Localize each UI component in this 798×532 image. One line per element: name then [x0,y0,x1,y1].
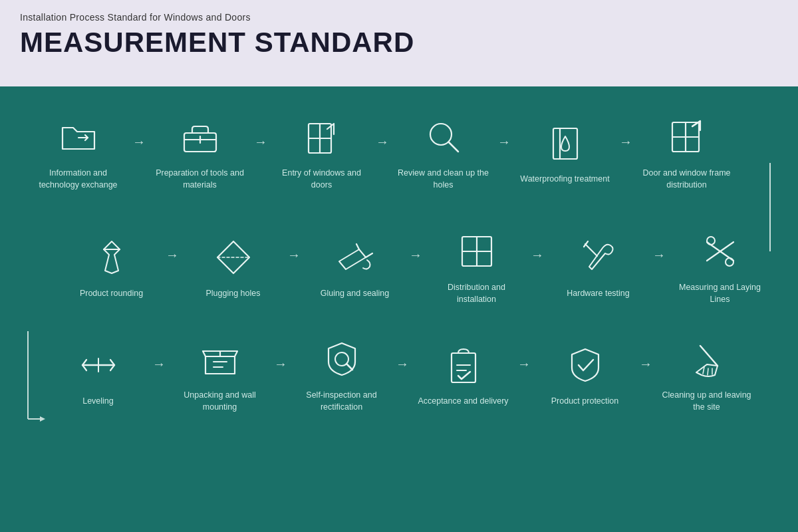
step-frame-dist: Door and window frame distribution [635,113,738,191]
arrow-15: → [636,356,655,372]
svg-line-39 [346,364,352,370]
label-gluing: Gluing and sealing [321,288,390,300]
arrow-13: → [393,356,412,372]
step-hardware: Hardware testing [547,233,650,300]
header-title: MEASUREMENT STANDARD [20,27,778,59]
arrow-5: → [616,134,635,150]
step-distribution: Distribution and installation [425,227,528,305]
label-cleanup: Cleaning up and leaving the site [660,390,753,413]
step-acceptance: Acceptance and delivery [412,341,515,408]
icon-cleanup [683,335,731,383]
svg-line-23 [585,244,597,256]
step-gluing: Gluing and sealing [303,233,406,300]
arrow-4: → [495,134,513,150]
arrow-11: → [150,356,168,372]
icon-self-inspect [318,335,366,383]
step-rounding: Product rounding [60,233,163,300]
label-hardware: Hardware testing [567,288,630,300]
label-tools-prep: Preparation of tools and materials [154,168,247,191]
label-unpacking: Unpacking and wall mounting [174,390,267,413]
icon-plugging [209,233,257,281]
arrow-6: ← [650,249,668,264]
label-measuring: Measuring and Laying Lines [674,282,767,305]
icon-review-holes [420,113,467,161]
step-measuring: Measuring and Laying Lines [668,227,771,305]
svg-line-29 [356,244,359,249]
icon-measuring [696,227,744,275]
icon-entry-windows [298,113,346,161]
step-unpacking: Unpacking and wall mounting [168,335,271,413]
arrow-1: → [130,134,148,150]
main-content: Information and technology exchange → Pr… [0,86,798,532]
step-self-inspect: Self-inspection and rectification [290,335,393,413]
step-protection: Product protection [533,341,636,408]
step-entry-windows: Entry of windows and doors [270,113,373,191]
label-entry-windows: Entry of windows and doors [275,168,368,191]
icon-gluing [331,233,379,281]
label-plugging: Plugging holes [205,288,260,300]
step-cleanup: Cleaning up and leaving the site [655,335,758,413]
arrow-8: ← [406,249,425,264]
step-review-holes: Review and clean up the holes [392,113,495,191]
arrow-9: ← [285,249,303,264]
icon-distribution [453,227,501,275]
label-distribution: Distribution and installation [430,282,523,305]
icon-frame-dist [663,113,711,161]
label-rounding: Product rounding [80,288,143,300]
arrow-10: ← [163,249,182,264]
svg-point-22 [726,258,733,266]
arrow-14: → [515,356,533,372]
step-leveling: Leveling [47,341,150,408]
row-1: Information and technology exchange → Pr… [27,113,771,191]
step-info-exchange: Information and technology exchange [27,113,130,191]
icon-protection [561,341,609,389]
icon-info-exchange [55,113,102,161]
icon-tools-prep [176,113,224,161]
svg-line-12 [449,142,458,152]
icon-unpacking [196,335,244,383]
svg-rect-13 [553,128,577,159]
arrow-12: → [271,356,290,372]
label-frame-dist: Door and window frame distribution [640,168,733,191]
label-waterproofing: Waterproofing treatment [520,174,609,186]
row-2: Measuring and Laying Lines ← Hardware te… [27,227,771,305]
label-info-exchange: Information and technology exchange [32,168,125,191]
arrow-3: → [373,134,392,150]
label-review-holes: Review and clean up the holes [397,168,490,191]
step-plugging: Plugging holes [182,233,285,300]
row-3: Leveling → Unpacking and wall mounting → [27,335,771,413]
label-acceptance: Acceptance and delivery [418,396,508,408]
svg-line-45 [708,368,708,375]
icon-hardware [575,233,622,281]
svg-marker-3 [40,416,45,422]
header: Installation Process Standard for Window… [0,0,798,86]
svg-line-28 [366,253,372,257]
arrow-7: ← [528,249,547,264]
arrow-2: → [251,134,270,150]
icon-rounding [88,233,136,281]
svg-line-43 [700,346,718,366]
label-self-inspect: Self-inspection and rectification [295,390,388,413]
step-waterproofing: Waterproofing treatment [513,119,616,186]
label-leveling: Leveling [82,396,114,408]
svg-point-21 [707,237,715,245]
icon-waterproofing [541,119,589,167]
label-protection: Product protection [551,396,618,408]
icon-acceptance [440,341,487,389]
step-tools-prep: Preparation of tools and materials [148,113,251,191]
header-subtitle: Installation Process Standard for Window… [20,12,778,23]
icon-leveling [74,341,122,389]
